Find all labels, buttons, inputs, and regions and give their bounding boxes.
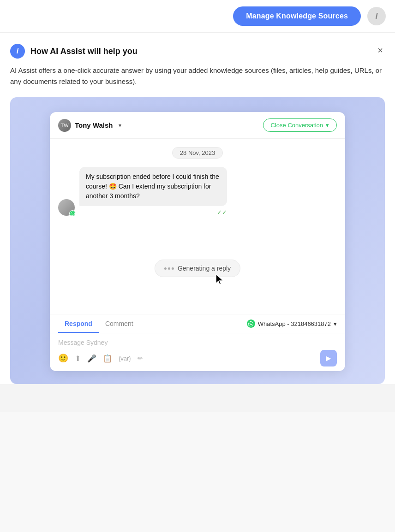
demo-area: TW Tony Walsh ▾ Close Conversation ▾ 28 … [10, 97, 385, 384]
loading-dots [164, 267, 174, 270]
variable-icon[interactable]: {var} [119, 355, 131, 362]
dot-1 [164, 267, 167, 270]
info-banner-title: How AI Assist will help you [30, 47, 138, 56]
chat-window: TW Tony Walsh ▾ Close Conversation ▾ 28 … [50, 112, 345, 371]
top-bar: Manage Knowledge Sources i [0, 0, 395, 33]
message-bubble: My subscription ended before I could fin… [79, 167, 227, 206]
send-button[interactable]: ▶ [320, 350, 337, 366]
user-avatar-container [58, 199, 75, 216]
close-conv-label: Close Conversation [271, 122, 323, 129]
info-description: AI Assist offers a one-click accurate an… [10, 65, 385, 87]
dot-2 [168, 267, 170, 270]
chat-contact: TW Tony Walsh ▾ [58, 119, 121, 132]
chat-footer-tabs: Respond Comment WhatsApp - 321846631872 … [50, 314, 345, 333]
microphone-icon[interactable]: 🎤 [87, 354, 96, 363]
tab-row: Respond Comment [58, 314, 140, 333]
bottom-area [0, 384, 395, 412]
template-icon[interactable]: 📋 [103, 354, 112, 363]
edit-icon[interactable]: ✏ [138, 355, 143, 362]
info-banner: i How AI Assist will help you × [10, 44, 385, 59]
double-tick-icon: ✓✓ [217, 209, 227, 216]
generating-label: Generating a reply [178, 265, 231, 272]
generating-reply-pill: Generating a reply [155, 260, 240, 277]
manage-knowledge-button[interactable]: Manage Knowledge Sources [233, 6, 361, 26]
chat-body: 28 Nov, 2023 My subscription ended befor… [50, 139, 345, 314]
contact-avatar-wrapper: TW [58, 119, 71, 132]
close-conversation-button[interactable]: Close Conversation ▾ [263, 118, 337, 132]
whatsapp-channel-icon [247, 319, 255, 328]
info-icon: i [375, 12, 377, 21]
channel-label: WhatsApp - 321846631872 [258, 320, 331, 327]
date-pill: 28 Nov, 2023 [172, 147, 223, 159]
info-icon-blue: i [10, 44, 25, 59]
whatsapp-badge [69, 210, 76, 217]
channel-chevron-icon: ▾ [334, 320, 337, 327]
dot-3 [172, 267, 174, 270]
tab-comment[interactable]: Comment [99, 314, 140, 333]
chat-header: TW Tony Walsh ▾ Close Conversation ▾ [50, 112, 345, 139]
message-row: My subscription ended before I could fin… [58, 167, 337, 216]
toolbar-row: 🙂 ⬆ 🎤 📋 {var} ✏ ▶ [58, 350, 337, 366]
send-icon: ▶ [326, 354, 331, 362]
message-bubble-wrapper: My subscription ended before I could fin… [79, 167, 227, 216]
close-conv-chevron-icon: ▾ [326, 122, 329, 129]
close-banner-button[interactable]: × [376, 44, 385, 57]
tab-respond[interactable]: Respond [58, 314, 99, 333]
message-input-area: Message Sydney 🙂 ⬆ 🎤 📋 {var} ✏ ▶ [50, 333, 345, 371]
channel-selector[interactable]: WhatsApp - 321846631872 ▾ [247, 319, 337, 328]
upload-icon[interactable]: ⬆ [75, 354, 81, 363]
toolbar-icons: 🙂 ⬆ 🎤 📋 {var} ✏ [58, 353, 143, 363]
read-ticks: ✓✓ [79, 209, 227, 216]
chevron-down-icon: ▾ [119, 122, 121, 129]
info-icon-label: i [17, 47, 18, 55]
main-content: i How AI Assist will help you × AI Assis… [0, 33, 395, 384]
contact-name: Tony Walsh [75, 121, 113, 129]
date-divider: 28 Nov, 2023 [58, 147, 337, 159]
emoji-icon[interactable]: 🙂 [58, 353, 68, 363]
message-placeholder[interactable]: Message Sydney [58, 337, 337, 350]
info-banner-left: i How AI Assist will help you [10, 44, 138, 59]
contact-avatar: TW [58, 119, 71, 132]
info-button[interactable]: i [367, 7, 386, 25]
